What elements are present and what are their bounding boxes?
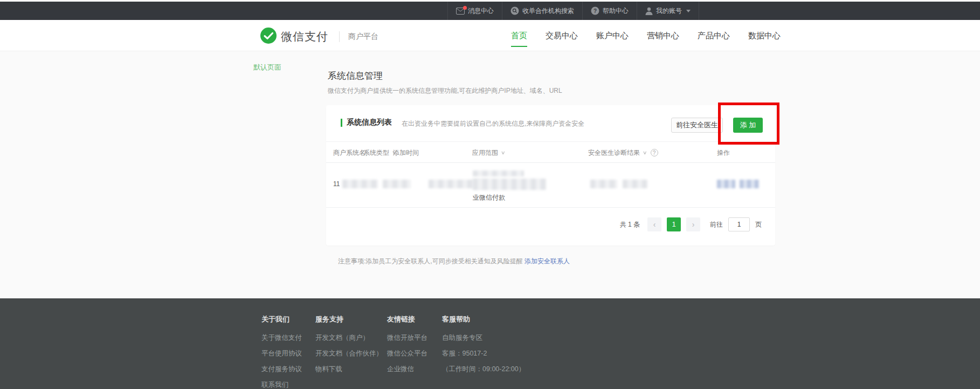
- brand-subtitle: 商户平台: [348, 32, 378, 42]
- footer-link[interactable]: 微信公众平台: [387, 349, 427, 358]
- add-security-contact-link[interactable]: 添加安全联系人: [524, 257, 570, 265]
- page-description: 微信支付为商户提供统一的系统信息管理功能,可在此维护商户IP地址、域名、URL: [328, 86, 562, 95]
- topbar-item-label: 帮助中心: [603, 6, 629, 16]
- redacted-system-name: [342, 180, 378, 188]
- redacted-scope-line1: [473, 170, 524, 176]
- nav-tab-product-center[interactable]: 产品中心: [698, 20, 730, 51]
- footer-column-about: 关于我们 关于微信支付 平台使用协议 支付服务协议 联系我们: [261, 315, 302, 389]
- prev-page-button[interactable]: ‹: [647, 217, 661, 231]
- column-header-system-type[interactable]: 系统类型∨: [363, 142, 396, 163]
- page-unit-label: 页: [755, 220, 762, 229]
- wechat-pay-logo-icon: [260, 28, 277, 46]
- redacted-action-link-2[interactable]: [740, 180, 759, 188]
- topbar-item-message-center[interactable]: 消息中心: [447, 2, 502, 20]
- topbar-item-my-account[interactable]: 我的账号: [637, 2, 699, 20]
- footer-column-title: 友情链接: [387, 315, 427, 324]
- column-header-system-name: 商户系统名: [333, 142, 365, 163]
- brand[interactable]: 微信支付 商户平台: [260, 28, 378, 46]
- footer-service-phone: 客服：95017-2: [442, 349, 525, 358]
- topbar-item-help-center[interactable]: ? 帮助中心: [582, 2, 637, 20]
- redacted-diagnosis-1: [590, 180, 617, 188]
- footer-service-hours: （工作时间：09:00-22:00）: [442, 365, 525, 374]
- redacted-action-link-1[interactable]: [717, 180, 735, 188]
- security-doctor-button[interactable]: 前往安全医生: [671, 118, 723, 133]
- topbar-item-acquirer-search[interactable]: 收单合作机构搜索: [502, 2, 582, 20]
- nav-tab-home[interactable]: 首页: [511, 20, 527, 51]
- footer-link[interactable]: 开发文档（商户）: [315, 333, 383, 343]
- panel-subtitle: 在出资业务中需要提前设置自己的系统信息,来保障商户资金安全: [402, 119, 584, 128]
- topbar-item-label: 收单合作机构搜索: [522, 6, 574, 16]
- footer-link[interactable]: 微信开放平台: [387, 333, 427, 343]
- chevron-down-icon: [686, 10, 691, 12]
- footer-link[interactable]: 联系我们: [261, 380, 302, 389]
- nav-tab-account-center[interactable]: 账户中心: [596, 20, 629, 51]
- filter-caret-icon: ∨: [501, 142, 506, 163]
- column-header-diagnosis-result[interactable]: 安全医生诊断结果∨?: [588, 142, 658, 163]
- system-name-visible-text: 11: [333, 180, 340, 188]
- user-icon: [645, 7, 653, 15]
- column-header-add-time: 添加时间: [393, 142, 419, 163]
- column-header-actions: 操作: [717, 142, 730, 163]
- add-button[interactable]: 添 加: [733, 118, 763, 133]
- pagination: 共 1 条 ‹ 1 › 前往 页: [620, 217, 762, 231]
- footer-link[interactable]: 企业微信: [387, 365, 427, 374]
- notice-prefix: 注意事项:添加员工为安全联系人,可同步接受相关通知及风险提醒: [338, 257, 524, 265]
- footer-link[interactable]: 平台使用协议: [261, 349, 302, 358]
- site-header: 微信支付 商户平台 首页 交易中心 账户中心 营销中心 产品中心 数据中心: [0, 20, 980, 51]
- next-page-button[interactable]: ›: [686, 217, 700, 231]
- footer-column-service: 服务支持 开发文档（商户） 开发文档（合作伙伴） 物料下载: [315, 315, 383, 380]
- footer-link[interactable]: 支付服务协议: [261, 365, 302, 374]
- footer-column-links: 友情链接 微信开放平台 微信公众平台 企业微信: [387, 315, 427, 380]
- nav-tab-transaction-center[interactable]: 交易中心: [546, 20, 578, 51]
- table-header-row: 商户系统名 系统类型∨ 添加时间 应用范围∨ 安全医生诊断结果∨? 操作: [326, 141, 775, 163]
- brand-name: 微信支付: [281, 29, 328, 44]
- system-info-panel: 系统信息列表 在出资业务中需要提前设置自己的系统信息,来保障商户资金安全 前往安…: [326, 105, 775, 245]
- footer-column-title: 服务支持: [315, 315, 383, 324]
- nav-tab-data-center[interactable]: 数据中心: [748, 20, 781, 51]
- redacted-scope-line2: [473, 179, 546, 190]
- table-row: 11 业微信付款: [326, 163, 775, 208]
- goto-page-input[interactable]: [728, 217, 750, 231]
- accent-bar: [341, 119, 342, 127]
- sidebar-item-default-page[interactable]: 默认页面: [253, 63, 281, 72]
- footer-column-support: 客服帮助 自助服务专区 客服：95017-2 （工作时间：09:00-22:00…: [442, 315, 525, 380]
- brand-divider: [339, 31, 340, 42]
- footer-link[interactable]: 自助服务专区: [442, 333, 525, 343]
- column-header-scope[interactable]: 应用范围∨: [472, 142, 505, 163]
- site-footer: 关于我们 关于微信支付 平台使用协议 支付服务协议 联系我们 服务支持 开发文档…: [0, 298, 980, 389]
- footer-link[interactable]: 物料下载: [315, 365, 383, 374]
- account-topbar: 消息中心 收单合作机构搜索 ? 帮助中心 我的账号: [0, 2, 980, 20]
- notice-text: 注意事项:添加员工为安全联系人,可同步接受相关通知及风险提醒 添加安全联系人: [338, 257, 570, 266]
- page-title: 系统信息管理: [328, 70, 383, 82]
- main-nav: 首页 交易中心 账户中心 营销中心 产品中心 数据中心: [511, 20, 781, 51]
- question-circle-icon[interactable]: ?: [651, 149, 658, 156]
- mail-icon: [456, 8, 465, 15]
- nav-tab-marketing-center[interactable]: 营销中心: [647, 20, 679, 51]
- help-circle-icon: ?: [591, 6, 599, 15]
- redacted-diagnosis-2: [623, 180, 647, 188]
- topbar-item-label: 我的账号: [656, 6, 682, 16]
- total-count-label: 共 1 条: [620, 220, 640, 229]
- topbar-item-label: 消息中心: [468, 6, 494, 16]
- footer-column-title: 关于我们: [261, 315, 302, 324]
- search-circle-icon: [510, 6, 519, 15]
- wechat-pay-merchant-page: 消息中心 收单合作机构搜索 ? 帮助中心 我的账号: [0, 0, 980, 389]
- unread-badge: [463, 6, 467, 10]
- svg-text:?: ?: [593, 8, 597, 14]
- redacted-system-type: [383, 180, 411, 188]
- goto-page-label: 前往: [710, 220, 723, 229]
- current-page-button[interactable]: 1: [667, 217, 681, 231]
- footer-column-title: 客服帮助: [442, 315, 525, 324]
- footer-link[interactable]: 关于微信支付: [261, 333, 302, 343]
- footer-link[interactable]: 开发文档（合作伙伴）: [315, 349, 383, 358]
- filter-caret-icon: ∨: [643, 142, 647, 163]
- panel-title: 系统信息列表: [347, 118, 392, 127]
- scope-visible-text: 业微信付款: [473, 193, 505, 202]
